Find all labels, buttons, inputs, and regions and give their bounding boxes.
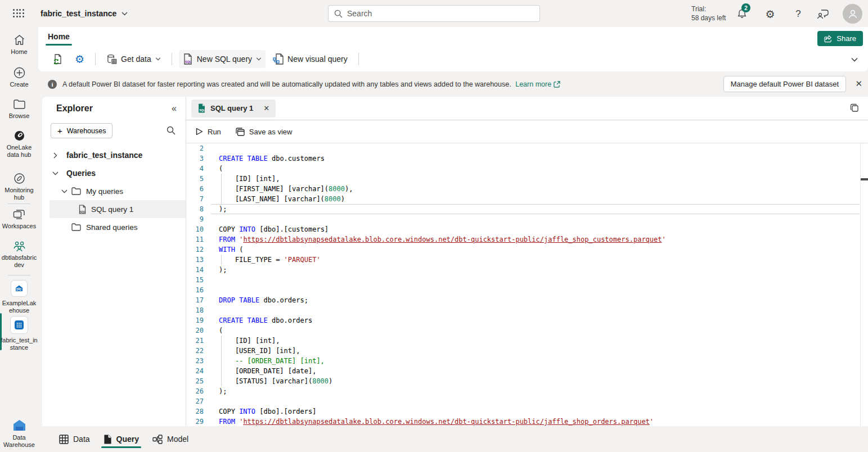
svg-text:SQL: SQL bbox=[80, 210, 86, 213]
save-view-icon bbox=[236, 128, 245, 136]
nav-item-create[interactable]: Create bbox=[0, 66, 38, 88]
avatar[interactable] bbox=[843, 4, 862, 24]
manage-dataset-button[interactable]: Manage default Power BI dataset bbox=[723, 76, 846, 92]
collapse-explorer-icon[interactable]: « bbox=[172, 103, 177, 114]
tree-item-sql-query-1[interactable]: SQL SQL query 1 bbox=[50, 200, 186, 218]
app-launcher-icon[interactable] bbox=[12, 8, 25, 18]
code-line[interactable]: 22 [USER_ID] [int], bbox=[186, 346, 868, 356]
nav-item-workspaces[interactable]: Workspaces bbox=[0, 208, 38, 230]
tree-item-my-queries[interactable]: My queries bbox=[42, 182, 186, 200]
code-line[interactable]: 8); bbox=[186, 204, 868, 214]
code-line[interactable]: 23 -- [ORDER_DATE] [int], bbox=[186, 356, 868, 366]
toolbar-divider bbox=[172, 53, 172, 65]
code-line[interactable]: 21 [ID] [int], bbox=[186, 336, 868, 346]
tab-data[interactable]: Data bbox=[52, 426, 97, 452]
code-line[interactable]: 19CREATE TABLE dbo.orders bbox=[186, 315, 868, 326]
dataset-banner: i A default Power BI dataset for faster … bbox=[38, 71, 868, 97]
tab-home[interactable]: Home bbox=[46, 31, 72, 42]
banner-close-icon[interactable]: ✕ bbox=[855, 79, 862, 89]
explorer-tree: fabric_test_instance Queries My queries … bbox=[42, 146, 186, 236]
lakehouse-icon bbox=[14, 283, 24, 293]
tree-item-queries[interactable]: Queries bbox=[42, 164, 186, 182]
share-button[interactable]: Share bbox=[817, 31, 863, 46]
help-button[interactable]: ? bbox=[791, 7, 806, 21]
chevron-down-icon[interactable] bbox=[61, 189, 68, 193]
explorer-panel: Explorer « + Warehouses fabric_test_inst… bbox=[42, 97, 186, 426]
visual-query-icon bbox=[273, 53, 284, 65]
explorer-search-button[interactable] bbox=[167, 126, 176, 137]
run-button[interactable]: Run bbox=[196, 128, 221, 136]
sql-file-icon: SQL bbox=[183, 53, 193, 65]
new-visual-query-button[interactable]: New visual query bbox=[269, 50, 352, 68]
code-line[interactable]: 10COPY INTO [dbo].[customers] bbox=[186, 224, 868, 234]
get-data-button[interactable]: Get data bbox=[102, 51, 165, 68]
code-line[interactable]: 20( bbox=[186, 326, 868, 336]
nav-item-monitoring-hub[interactable]: Monitoring hub bbox=[0, 172, 38, 201]
code-line[interactable]: 4( bbox=[186, 164, 868, 174]
code-line[interactable]: 29FROM 'https://dbtlabsynapsedatalake.bl… bbox=[186, 417, 868, 426]
tab-label: Query bbox=[116, 435, 139, 444]
code-line[interactable]: 9 bbox=[186, 214, 868, 224]
copy-icon[interactable] bbox=[849, 103, 860, 115]
top-header: fabric_test_instance Search Trial: 58 da… bbox=[0, 0, 868, 27]
nav-item-examplelakehouse[interactable]: ExampleLakehouse bbox=[0, 279, 38, 314]
code-line[interactable]: 13 FILE_TYPE = 'PARQUET' bbox=[186, 255, 868, 265]
code-line[interactable]: 26); bbox=[186, 386, 868, 396]
tree-item-warehouse[interactable]: fabric_test_instance bbox=[42, 146, 186, 164]
tree-item-label: Queries bbox=[66, 169, 96, 178]
external-link-icon bbox=[554, 81, 560, 88]
code-line[interactable]: 3CREATE TABLE dbo.customers bbox=[186, 153, 868, 164]
nav-item-browse[interactable]: Browse bbox=[0, 98, 38, 120]
nav-item-data-warehouse[interactable]: Data Warehouse bbox=[0, 418, 38, 449]
chevron-right-icon[interactable] bbox=[52, 152, 59, 159]
code-line[interactable]: 6 [FIRST_NAME] [varchar](8000), bbox=[186, 184, 868, 194]
save-as-view-button[interactable]: Save as view bbox=[236, 128, 293, 136]
explorer-title: Explorer bbox=[56, 103, 93, 114]
search-input[interactable]: Search bbox=[328, 5, 540, 22]
code-line[interactable]: 11FROM 'https://dbtlabsynapsedatalake.bl… bbox=[186, 234, 868, 245]
code-line[interactable]: 17DROP TABLE dbo.orders; bbox=[186, 295, 868, 305]
notification-badge: 2 bbox=[741, 3, 750, 12]
settings-button[interactable]: ⚙ bbox=[763, 7, 777, 21]
add-warehouses-button[interactable]: + Warehouses bbox=[51, 123, 113, 138]
code-line[interactable]: 12WITH ( bbox=[186, 245, 868, 255]
ribbon: Home Share ⚙ Get data SQL New SQL query … bbox=[38, 27, 868, 71]
code-line[interactable]: 16 bbox=[186, 285, 868, 295]
code-line[interactable]: 14); bbox=[186, 265, 868, 275]
chevron-down-icon[interactable] bbox=[52, 171, 59, 175]
query-settings-button[interactable]: ⚙ bbox=[71, 49, 88, 69]
code-line[interactable]: 18 bbox=[186, 305, 868, 315]
code-line[interactable]: 28COPY INTO [dbo].[orders] bbox=[186, 406, 868, 417]
search-placeholder: Search bbox=[347, 9, 372, 18]
collapse-ribbon-button[interactable] bbox=[851, 54, 858, 64]
tab-label: SQL query 1 bbox=[210, 104, 253, 112]
workspace-switcher[interactable]: fabric_test_instance bbox=[41, 8, 128, 19]
feedback-button[interactable] bbox=[816, 7, 830, 21]
code-line[interactable]: 24 [ORDER_DATE] [date], bbox=[186, 366, 868, 376]
editor-scrollbar[interactable] bbox=[860, 143, 868, 426]
tab-query[interactable]: Query bbox=[97, 426, 146, 452]
nav-item-dbtlabsfabricdev[interactable]: dbtlabsfabricdev bbox=[0, 239, 38, 269]
code-line[interactable]: 25 [STATUS] [varchar](8000) bbox=[186, 376, 868, 386]
notifications-button[interactable]: 2 bbox=[735, 7, 749, 21]
refresh-dataset-button[interactable] bbox=[48, 50, 68, 68]
new-sql-query-button[interactable]: SQL New SQL query bbox=[179, 50, 266, 68]
code-line[interactable]: 2 bbox=[186, 143, 868, 153]
learn-more-link[interactable]: Learn more bbox=[515, 80, 560, 88]
code-line[interactable]: 7 [LAST_NAME] [varchar](8000) bbox=[186, 194, 868, 204]
code-line[interactable]: 27 bbox=[186, 396, 868, 406]
close-tab-icon[interactable]: ✕ bbox=[263, 104, 269, 112]
banner-text: A default Power BI dataset for faster re… bbox=[62, 80, 560, 88]
tab-model[interactable]: Model bbox=[146, 426, 195, 452]
code-line[interactable]: 5 [ID] [int], bbox=[186, 174, 868, 184]
info-icon: i bbox=[48, 80, 57, 89]
tree-item-shared-queries[interactable]: Shared queries bbox=[42, 218, 186, 236]
code-line[interactable]: 15 bbox=[186, 275, 868, 285]
warehouses-label: Warehouses bbox=[67, 127, 106, 135]
nav-item-fabric-test-instance[interactable]: fabric_test_instance bbox=[0, 315, 38, 351]
folder-icon bbox=[14, 100, 25, 109]
code-editor[interactable]: 23CREATE TABLE dbo.customers4(5 [ID] [in… bbox=[186, 143, 868, 426]
nav-item-onelake-data-hub[interactable]: OneLake data hub bbox=[0, 129, 38, 159]
nav-item-home[interactable]: Home bbox=[0, 34, 38, 56]
tab-sql-query-1[interactable]: SQL SQL query 1 ✕ bbox=[191, 100, 276, 117]
